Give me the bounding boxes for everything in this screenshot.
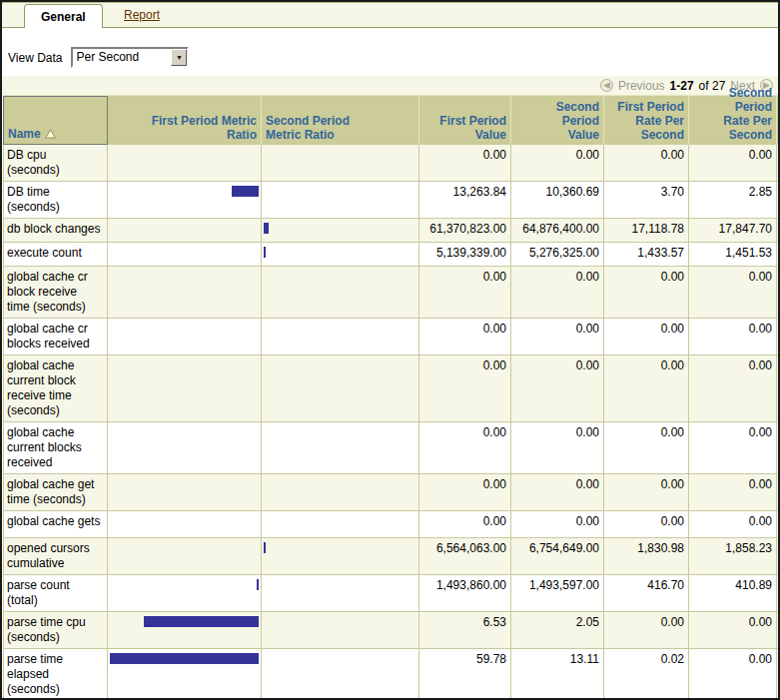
column-header-first-period-metric-ratio[interactable]: First Period Metric Ratio xyxy=(108,96,262,145)
name-cell: parse count (total) xyxy=(3,575,108,611)
table-row: global cache current blocks received0.00… xyxy=(3,422,778,474)
second-period-rate-cell: 0.00 xyxy=(689,649,777,700)
table-row: db block changes61,370,823.0064,876,400.… xyxy=(3,219,778,243)
name-cell: global cache current blocks received xyxy=(3,422,108,473)
first-period-rate-cell: 3.70 xyxy=(604,182,689,218)
first-period-ratio-cell xyxy=(108,319,262,354)
first-period-ratio-cell xyxy=(108,422,262,473)
second-period-rate-cell: 0.00 xyxy=(689,355,777,421)
second-period-value-cell: 1,493,597.00 xyxy=(511,575,604,611)
second-period-rate-cell: 410.89 xyxy=(689,575,777,611)
name-cell: global cache gets xyxy=(3,511,108,537)
second-period-value-cell: 6,754,649.00 xyxy=(511,538,604,574)
second-period-ratio-cell xyxy=(262,474,419,510)
column-header-second-period-rate[interactable]: Second Period Rate Per Second xyxy=(689,96,777,145)
table-row: parse time elapsed (seconds)59.7813.110.… xyxy=(3,649,778,700)
first-period-value-cell: 0.00 xyxy=(419,422,511,473)
sort-ascending-icon xyxy=(45,129,56,139)
name-cell: parse time cpu (seconds) xyxy=(3,612,108,648)
first-period-ratio-cell xyxy=(108,511,262,537)
first-period-rate-cell: 1,433.57 xyxy=(604,243,689,266)
column-header-first-period-rate[interactable]: First Period Rate Per Second xyxy=(604,96,689,145)
first-period-value-cell: 0.00 xyxy=(419,355,511,421)
chevron-down-icon[interactable]: ▼ xyxy=(171,49,187,66)
first-period-rate-cell: 0.00 xyxy=(604,355,689,421)
first-period-rate-cell: 17,118.78 xyxy=(604,219,689,242)
column-header-label: Second Period Metric Ratio xyxy=(266,114,384,142)
page-range: 1-27 xyxy=(670,79,694,93)
first-period-ratio-cell xyxy=(108,575,262,611)
second-period-value-cell: 10,360.69 xyxy=(511,182,604,218)
view-data-select[interactable]: Per Second ▼ xyxy=(71,47,189,68)
ratio-bar xyxy=(264,247,266,258)
second-period-ratio-cell xyxy=(262,319,419,354)
tab-bar: General Report xyxy=(2,2,778,28)
name-cell: DB time (seconds) xyxy=(3,182,108,218)
first-period-ratio-cell xyxy=(108,612,262,648)
name-cell: global cache cr block receive time (seco… xyxy=(3,267,108,318)
first-period-value-cell: 6,564,063.00 xyxy=(419,538,511,574)
first-period-rate-cell: 0.00 xyxy=(604,267,689,318)
first-period-rate-cell: 0.00 xyxy=(604,319,689,354)
second-period-value-cell: 13.11 xyxy=(511,649,604,700)
tab-general[interactable]: General xyxy=(24,4,103,28)
first-period-value-cell: 0.00 xyxy=(419,474,511,510)
table-row: DB cpu (seconds)0.000.000.000.00 xyxy=(3,145,778,182)
second-period-rate-cell: 2.85 xyxy=(689,182,777,218)
first-period-rate-cell: 0.00 xyxy=(604,422,689,473)
table-body: DB cpu (seconds)0.000.000.000.00DB time … xyxy=(3,145,778,700)
tab-general-label: General xyxy=(41,10,86,24)
table-row: global cache gets0.000.000.000.00 xyxy=(3,511,778,538)
previous-page-icon[interactable]: ◀ xyxy=(600,79,613,92)
first-period-rate-cell: 0.00 xyxy=(604,145,689,181)
second-period-rate-cell: 17,847.70 xyxy=(689,219,777,242)
name-cell: parse time elapsed (seconds) xyxy=(3,649,108,700)
column-header-label: First Period Value xyxy=(423,114,506,142)
second-period-ratio-cell xyxy=(262,612,419,648)
ratio-bar xyxy=(264,542,266,553)
ratio-bar xyxy=(232,186,259,197)
column-header-label: First Period Rate Per Second xyxy=(608,100,684,142)
ratio-bar xyxy=(257,579,259,590)
second-period-rate-cell: 0.00 xyxy=(689,474,777,510)
second-period-ratio-cell xyxy=(262,422,419,473)
second-period-value-cell: 64,876,400.00 xyxy=(511,219,604,242)
second-period-value-cell: 0.00 xyxy=(511,355,604,421)
column-header-second-period-value[interactable]: Second Period Value xyxy=(511,96,604,145)
metrics-table: Name First Period Metric Ratio Second Pe… xyxy=(3,95,778,700)
column-header-label: First Period Metric Ratio xyxy=(139,114,257,142)
column-header-second-period-metric-ratio[interactable]: Second Period Metric Ratio xyxy=(262,96,419,145)
second-period-rate-cell: 0.00 xyxy=(689,612,777,648)
second-period-ratio-cell xyxy=(262,538,419,574)
first-period-ratio-cell xyxy=(108,474,262,510)
first-period-value-cell: 0.00 xyxy=(419,267,511,318)
second-period-ratio-cell xyxy=(262,243,419,266)
first-period-rate-cell: 1,830.98 xyxy=(604,538,689,574)
second-period-ratio-cell xyxy=(262,267,419,318)
window: General Report View Data Per Second ▼ ◀ … xyxy=(0,0,780,700)
tab-report[interactable]: Report xyxy=(124,3,160,27)
first-period-rate-cell: 0.00 xyxy=(604,511,689,537)
name-cell: global cache get time (seconds) xyxy=(3,474,108,510)
first-period-value-cell: 5,139,339.00 xyxy=(419,243,511,266)
first-period-rate-cell: 416.70 xyxy=(604,575,689,611)
column-header-name-label: Name xyxy=(8,127,41,141)
ratio-bar xyxy=(264,223,269,234)
first-period-ratio-cell xyxy=(108,267,262,318)
first-period-ratio-cell xyxy=(108,243,262,266)
previous-label[interactable]: Previous xyxy=(618,79,665,93)
first-period-value-cell: 0.00 xyxy=(419,319,511,354)
first-period-value-cell: 0.00 xyxy=(419,511,511,537)
first-period-ratio-cell xyxy=(108,649,262,700)
second-period-value-cell: 5,276,325.00 xyxy=(511,243,604,266)
name-cell: DB cpu (seconds) xyxy=(3,145,108,181)
column-header-name[interactable]: Name xyxy=(3,96,108,145)
name-cell: global cache current block receive time … xyxy=(3,355,108,421)
first-period-ratio-cell xyxy=(108,538,262,574)
table-row: parse count (total)1,493,860.001,493,597… xyxy=(3,575,778,612)
table-row: global cache get time (seconds)0.000.000… xyxy=(3,474,778,511)
second-period-ratio-cell xyxy=(262,575,419,611)
column-header-first-period-value[interactable]: First Period Value xyxy=(419,96,511,145)
pagination: ◀ Previous 1-27 of 27 Next ▶ xyxy=(2,76,778,95)
table-row: DB time (seconds)13,263.8410,360.693.702… xyxy=(3,182,778,219)
